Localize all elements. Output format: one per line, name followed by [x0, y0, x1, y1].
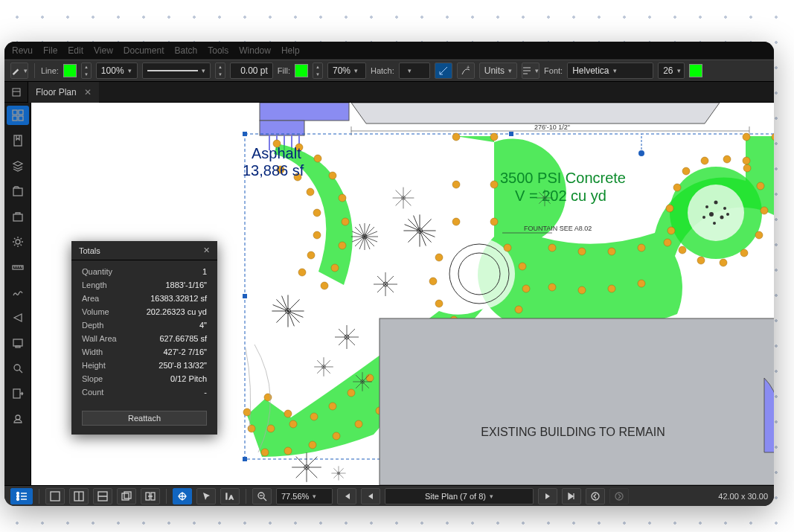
layers-button[interactable]: [7, 156, 29, 176]
line-color-swatch[interactable]: [63, 64, 77, 77]
next-page-button[interactable]: [538, 488, 557, 504]
svg-rect-4: [13, 116, 17, 121]
zoom-out-button[interactable]: [252, 488, 272, 504]
hatch-dropdown[interactable]: [399, 63, 430, 79]
svg-point-98: [339, 242, 346, 249]
tab-row: Floor Plan ✕: [4, 82, 774, 103]
svg-rect-30: [243, 294, 247, 298]
document-list-button[interactable]: [4, 82, 28, 103]
svg-rect-17: [260, 121, 304, 135]
page-selector[interactable]: Site Plan (7 of 8): [385, 488, 534, 504]
measurements-button[interactable]: [7, 257, 29, 277]
svg-point-42: [705, 205, 708, 208]
svg-rect-27: [243, 132, 247, 136]
svg-text:I: I: [225, 493, 228, 501]
tab-close-button[interactable]: ✕: [84, 87, 92, 97]
signature-button[interactable]: [7, 283, 29, 302]
fill-opacity-field[interactable]: 70%: [327, 63, 366, 79]
units-dropdown[interactable]: Units: [479, 63, 517, 79]
svg-text:+: +: [467, 65, 470, 70]
svg-rect-131: [380, 318, 774, 485]
fill-label: Fill:: [278, 66, 290, 75]
studio-button[interactable]: [7, 333, 29, 353]
align-dropdown[interactable]: [522, 63, 540, 79]
svg-point-87: [667, 227, 675, 234]
status-bar: IA 77.56% Site Plan (7 of 8) 42.00 x 30.…: [4, 485, 774, 506]
svg-point-125: [309, 441, 316, 449]
tab-floor-plan[interactable]: Floor Plan ✕: [28, 82, 99, 103]
font-size-dropdown[interactable]: 26: [658, 63, 685, 79]
menu-tools[interactable]: Tools: [208, 45, 228, 56]
sync-view-button[interactable]: [141, 488, 160, 504]
menu-revu[interactable]: Revu: [12, 45, 33, 56]
line-color-stepper[interactable]: ▲▼: [81, 63, 92, 79]
fill-stepper[interactable]: ▲▼: [313, 63, 323, 79]
split-vertical-button[interactable]: [69, 488, 89, 504]
curve-tool-button[interactable]: +: [457, 63, 475, 79]
pan-button[interactable]: [173, 488, 192, 504]
font-color-swatch[interactable]: [689, 64, 702, 77]
toolbox-button[interactable]: [7, 207, 29, 226]
svg-rect-208: [122, 493, 129, 500]
svg-point-103: [307, 188, 314, 196]
bookmarks-button[interactable]: [7, 131, 29, 150]
menu-edit[interactable]: Edit: [68, 45, 83, 56]
fountain-note: FOUNTAIN SEE A8.02: [524, 225, 592, 232]
svg-point-49: [702, 216, 705, 219]
svg-rect-3: [19, 110, 23, 115]
svg-point-70: [664, 239, 671, 246]
svg-point-99: [331, 264, 339, 272]
zoom-level-field[interactable]: 77.56%: [276, 488, 333, 504]
totals-close-button[interactable]: ✕: [203, 246, 210, 255]
shapes-button[interactable]: [7, 308, 29, 327]
font-label: Font:: [544, 66, 563, 75]
split-none-button[interactable]: [45, 488, 65, 504]
fill-color-swatch[interactable]: [295, 64, 308, 77]
markup-tool-dropdown[interactable]: [10, 63, 28, 79]
svg-rect-16: [260, 103, 349, 121]
line-width-field[interactable]: 100%: [96, 63, 138, 79]
last-page-button[interactable]: [562, 488, 581, 504]
svg-point-63: [435, 300, 443, 307]
text-select-button[interactable]: IA: [220, 488, 240, 504]
markups-list-button[interactable]: [10, 488, 33, 504]
location-button[interactable]: [7, 409, 29, 429]
svg-point-54: [452, 181, 460, 188]
svg-point-68: [608, 248, 615, 255]
point-value-field[interactable]: 0.00 pt: [230, 63, 273, 79]
measure-tool-button[interactable]: [435, 63, 452, 79]
totals-title: Totals: [79, 246, 100, 255]
nav-forward-button[interactable]: [609, 488, 629, 504]
first-page-button[interactable]: [337, 488, 356, 504]
concrete-line1: 3500 PSI Concrete: [500, 170, 626, 186]
asphalt-line1: Asphalt: [252, 145, 301, 161]
line-style-dropdown[interactable]: [142, 63, 211, 79]
new-window-button[interactable]: [117, 488, 136, 504]
split-horizontal-button[interactable]: [93, 488, 112, 504]
reattach-button[interactable]: Reattach: [82, 411, 207, 426]
svg-point-71: [548, 283, 556, 291]
svg-point-84: [720, 259, 727, 266]
export-button[interactable]: [7, 384, 29, 403]
point-stepper[interactable]: ▲▼: [215, 63, 225, 79]
menu-help[interactable]: Help: [281, 45, 300, 56]
svg-point-95: [329, 172, 336, 179]
menu-window[interactable]: Window: [239, 45, 271, 56]
select-button[interactable]: [196, 488, 216, 504]
nav-back-button[interactable]: [586, 488, 605, 504]
font-family-dropdown[interactable]: Helvetica: [567, 63, 653, 79]
prev-page-button[interactable]: [361, 488, 380, 504]
menu-view[interactable]: View: [94, 45, 113, 56]
svg-point-106: [307, 251, 315, 259]
menu-batch[interactable]: Batch: [175, 45, 198, 56]
file-access-button[interactable]: [7, 182, 29, 201]
svg-rect-32: [243, 457, 247, 461]
asphalt-line2: 13,886 sf: [243, 162, 304, 179]
menu-document[interactable]: Document: [124, 45, 164, 56]
settings-button[interactable]: [7, 232, 29, 251]
totals-val: 1: [202, 267, 207, 276]
thumbnails-button[interactable]: [7, 106, 29, 125]
search-button[interactable]: [7, 359, 29, 378]
left-side-panel: [4, 103, 31, 485]
menu-file[interactable]: File: [43, 45, 57, 56]
